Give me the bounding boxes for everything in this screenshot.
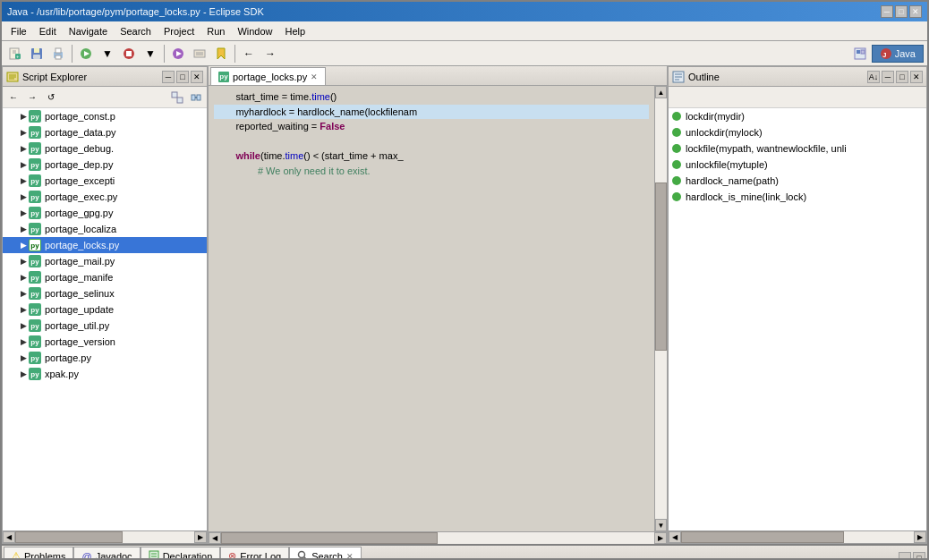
outline-item-unlockfile[interactable]: unlockfile(mytuple) [669, 157, 926, 173]
save-button[interactable] [27, 44, 47, 64]
tree-item-portage-debug[interactable]: ▶ py portage_debug. [3, 140, 207, 157]
tab-javadoc[interactable]: @ Javadoc [73, 547, 140, 560]
menu-project[interactable]: Project [158, 24, 200, 38]
back-button[interactable]: ← [239, 44, 259, 64]
tree-item-xpak[interactable]: ▶ py xpak.py [3, 366, 207, 382]
fwd-nav-btn[interactable]: → [23, 89, 41, 106]
file-name: portage_debug. [45, 143, 114, 154]
outline-item-lockfile[interactable]: lockfile(mypath, wantnewlockfile, unli [669, 140, 926, 157]
outline-item-label: hardlock_name(path) [686, 175, 779, 186]
tab-declaration[interactable]: Declaration [141, 547, 221, 560]
outline-minimize[interactable]: ─ [882, 71, 894, 83]
menu-window[interactable]: Window [232, 24, 277, 38]
menu-navigate[interactable]: Navigate [64, 24, 113, 38]
run-button[interactable] [76, 44, 96, 64]
method-icon [672, 128, 681, 137]
tree-item-portage-version[interactable]: ▶ py portage_version [3, 334, 207, 350]
task-button[interactable] [190, 44, 209, 64]
script-explorer-header: Script Explorer ─ □ ✕ [3, 67, 207, 87]
tree-item-portage-exec[interactable]: ▶ py portage_exec.py [3, 189, 207, 205]
method-icon [672, 144, 681, 153]
menu-run[interactable]: Run [201, 24, 230, 38]
scroll-track-h [15, 531, 194, 543]
scroll-up-btn[interactable]: ▲ [655, 86, 667, 98]
script-explorer-close[interactable]: ✕ [191, 71, 203, 83]
code-line: reported_waiting = False [214, 119, 649, 134]
outline-maximize[interactable]: □ [896, 71, 908, 83]
menu-help[interactable]: Help [280, 24, 311, 38]
scroll-left-btn[interactable]: ◀ [669, 531, 681, 543]
debug-button[interactable] [168, 44, 188, 64]
search-tab-close[interactable]: ✕ [346, 552, 354, 561]
stop-button[interactable] [119, 44, 139, 64]
close-button[interactable]: ✕ [909, 5, 922, 18]
outline-scrollbar-h[interactable]: ◀ ▶ [669, 530, 926, 543]
file-name: portage_localiza [45, 224, 116, 234]
run-dropdown[interactable]: ▼ [98, 44, 117, 64]
outline-item-lockdir[interactable]: lockdir(mydir) [669, 108, 926, 124]
editor-tab-bar: py portage_locks.py ✕ [209, 66, 667, 86]
menu-search[interactable]: Search [115, 24, 157, 38]
link-with-editor-btn[interactable] [187, 89, 205, 106]
new-button[interactable]: + [5, 44, 25, 64]
bottom-maximize[interactable]: □ [913, 552, 925, 560]
tree-item-portage-manife[interactable]: ▶ py portage_manife [3, 269, 207, 285]
toolbar-separator-3 [234, 45, 235, 63]
bottom-minimize[interactable]: ─ [899, 552, 911, 560]
tab-problems[interactable]: ⚠ Problems [4, 547, 73, 560]
window-title: Java - /usr/lib/portage/pym/portage_lock… [7, 6, 264, 17]
script-explorer-maximize[interactable]: □ [176, 71, 189, 83]
tree-item-portage-dep[interactable]: ▶ py portage_dep.py [3, 157, 207, 173]
editor-scrollbar-v[interactable]: ▲ ▼ [654, 86, 667, 531]
collapse-all-btn[interactable] [168, 89, 186, 106]
scroll-right-btn[interactable]: ▶ [654, 532, 667, 544]
bookmark-button[interactable] [211, 44, 231, 64]
explorer-scrollbar-h[interactable]: ◀ ▶ [3, 530, 207, 543]
scroll-left-btn[interactable]: ◀ [3, 531, 15, 543]
outline-sort-btn[interactable]: A↓ [867, 71, 880, 83]
outline-item-hardlock-is-mine[interactable]: hardlock_is_mine(link_lock) [669, 189, 926, 205]
tree-item-portage-excepti[interactable]: ▶ py portage_excepti [3, 173, 207, 189]
back-nav-btn[interactable]: ← [4, 89, 22, 106]
script-explorer-minimize[interactable]: ─ [162, 71, 175, 83]
toolbar-separator-1 [72, 45, 72, 63]
print-button[interactable] [48, 44, 68, 64]
tree-item-portage-locks[interactable]: ▶ py portage_locks.py [3, 237, 207, 253]
tab-errorlog[interactable]: ⊗ Error Log [220, 547, 289, 560]
outline-close[interactable]: ✕ [910, 71, 923, 83]
tree-item-portage-update[interactable]: ▶ py portage_update [3, 301, 207, 318]
scroll-down-btn[interactable]: ▼ [655, 519, 667, 531]
editor-tab-close[interactable]: ✕ [311, 72, 318, 81]
scroll-right-btn[interactable]: ▶ [914, 531, 926, 543]
maximize-button[interactable]: □ [895, 5, 908, 18]
menu-edit[interactable]: Edit [34, 24, 62, 38]
perspective-open-btn[interactable] [850, 44, 870, 64]
expand-arrow: ▶ [19, 112, 28, 121]
toolbar-right: J Java [850, 44, 924, 64]
tree-item-portage-const[interactable]: ▶ py portage_const.p [3, 108, 207, 124]
code-line: while(time.time() < (start_time + max_ [214, 148, 649, 164]
tree-item-portage-localiza[interactable]: ▶ py portage_localiza [3, 221, 207, 237]
tree-item-portage-util[interactable]: ▶ py portage_util.py [3, 318, 207, 334]
minimize-button[interactable]: ─ [881, 5, 893, 18]
tab-search[interactable]: Search ✕ [289, 547, 362, 560]
outline-item-unlockdir[interactable]: unlockdir(mylock) [669, 124, 926, 140]
menu-file[interactable]: File [5, 24, 32, 38]
refresh-btn[interactable]: ↺ [42, 89, 60, 106]
file-name: portage_exec.py [45, 191, 117, 202]
outline-item-hardlock-name[interactable]: hardlock_name(path) [669, 173, 926, 189]
outline-toolbar [669, 87, 926, 108]
tree-item-portage[interactable]: ▶ py portage.py [3, 350, 207, 366]
editor-tab-portage-locks[interactable]: py portage_locks.py ✕ [210, 67, 326, 85]
tree-item-portage-mail[interactable]: ▶ py portage_mail.py [3, 253, 207, 269]
perspective-java-btn[interactable]: J Java [872, 45, 924, 63]
tree-item-portage-selinux[interactable]: ▶ py portage_selinux [3, 285, 207, 301]
tree-item-portage-data[interactable]: ▶ py portage_data.py [3, 124, 207, 140]
code-editor[interactable]: start_time = time.time() myhardlock = ha… [209, 86, 654, 531]
forward-button[interactable]: → [260, 44, 280, 64]
tree-item-portage-gpg[interactable]: ▶ py portage_gpg.py [3, 205, 207, 221]
scroll-right-btn[interactable]: ▶ [194, 531, 207, 543]
scroll-left-btn[interactable]: ◀ [209, 532, 221, 544]
editor-scrollbar-h[interactable]: ◀ ▶ [209, 531, 667, 544]
stop-dropdown[interactable]: ▼ [141, 44, 160, 64]
